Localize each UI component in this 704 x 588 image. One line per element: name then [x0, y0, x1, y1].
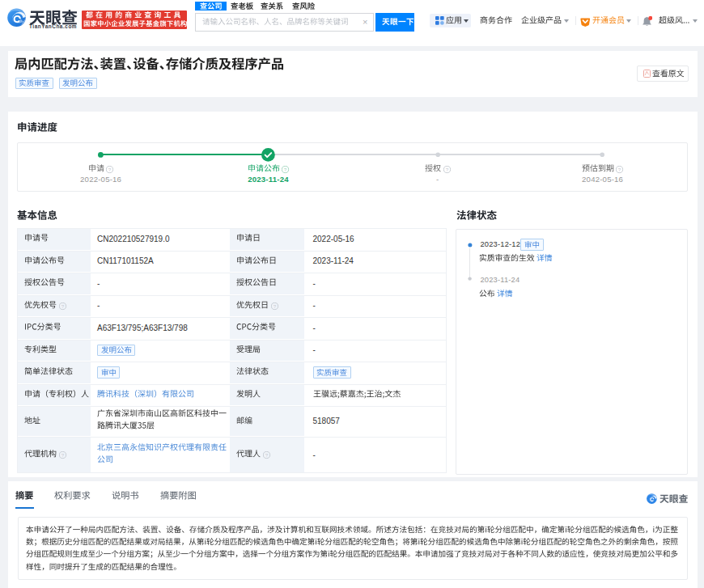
svg-text:?: ? — [265, 452, 269, 458]
svg-text:?: ? — [284, 166, 287, 171]
svg-text:?: ? — [108, 166, 112, 171]
svg-text:?: ? — [445, 166, 448, 171]
svg-text:?: ? — [61, 302, 64, 308]
svg-text:?: ? — [61, 452, 64, 458]
svg-text:?: ? — [274, 302, 277, 308]
svg-text:?: ? — [618, 166, 621, 171]
